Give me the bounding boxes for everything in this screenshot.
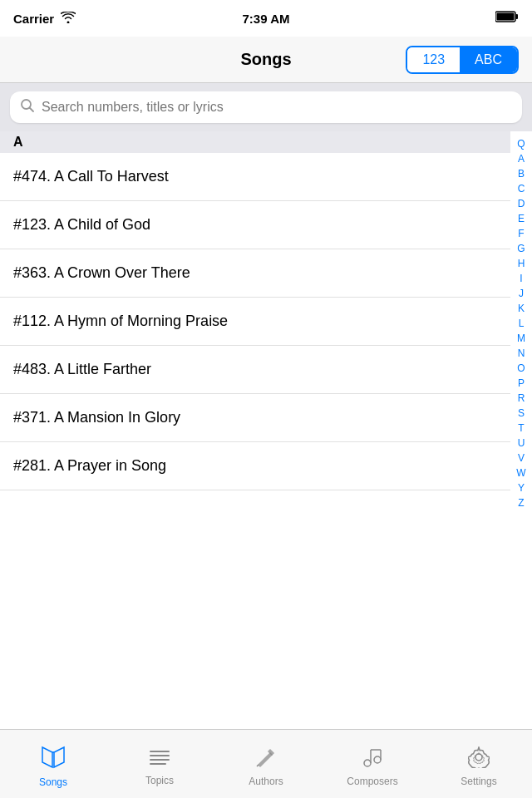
alpha-index-letter[interactable]: A bbox=[518, 151, 525, 166]
song-text: #112. A Hymn of Morning Praise bbox=[13, 313, 228, 330]
song-text: #371. A Mansion In Glory bbox=[13, 409, 180, 426]
authors-label: Authors bbox=[249, 776, 283, 787]
alpha-index-letter[interactable]: Z bbox=[518, 495, 524, 510]
composers-icon bbox=[362, 746, 383, 774]
song-list: A #474. A Call To Harvest#123. A Child o… bbox=[0, 131, 510, 730]
svg-line-10 bbox=[257, 765, 259, 766]
tab-songs[interactable]: Songs bbox=[0, 730, 106, 798]
alpha-index-letter[interactable]: G bbox=[517, 241, 525, 256]
toggle-numeric-btn[interactable]: 123 bbox=[407, 47, 460, 72]
page-title: Songs bbox=[240, 50, 291, 69]
song-text: #363. A Crown Over There bbox=[13, 264, 190, 282]
alpha-index-letter[interactable]: C bbox=[518, 181, 525, 196]
settings-icon bbox=[468, 746, 490, 774]
authors-icon bbox=[255, 746, 277, 774]
alpha-index-letter[interactable]: V bbox=[518, 451, 525, 466]
svg-point-12 bbox=[374, 756, 381, 763]
list-item[interactable]: #112. A Hymn of Morning Praise bbox=[0, 298, 510, 346]
alpha-index-letter[interactable]: M bbox=[517, 331, 525, 346]
search-container bbox=[0, 83, 532, 131]
alpha-index-letter[interactable]: L bbox=[519, 316, 525, 331]
song-text: #281. A Prayer in Song bbox=[13, 457, 166, 475]
composers-label: Composers bbox=[347, 776, 397, 787]
list-item[interactable]: #483. A Little Farther bbox=[0, 346, 510, 394]
alpha-index-letter[interactable]: O bbox=[517, 361, 525, 376]
alpha-index-letter[interactable]: F bbox=[518, 226, 524, 241]
tab-settings[interactable]: Settings bbox=[426, 730, 532, 798]
content-area: A #474. A Call To Harvest#123. A Child o… bbox=[0, 131, 532, 730]
alpha-index-letter[interactable]: U bbox=[518, 436, 525, 451]
view-toggle[interactable]: 123 ABC bbox=[406, 46, 519, 74]
alpha-index-letter[interactable]: W bbox=[516, 466, 525, 480]
alpha-index-letter[interactable]: Q bbox=[517, 136, 525, 151]
tab-bar: SongsTopicsAuthorsComposersSettings bbox=[0, 729, 532, 798]
alpha-index-letter[interactable]: B bbox=[518, 166, 525, 181]
wifi-icon bbox=[61, 12, 76, 26]
svg-rect-2 bbox=[497, 13, 515, 21]
battery-icon bbox=[495, 11, 519, 26]
list-item[interactable]: #371. A Mansion In Glory bbox=[0, 394, 510, 442]
settings-label: Settings bbox=[461, 776, 496, 787]
status-left: Carrier bbox=[13, 12, 76, 26]
list-item[interactable]: #123. A Child of God bbox=[0, 201, 510, 249]
alpha-index-letter[interactable]: P bbox=[518, 376, 525, 391]
svg-line-4 bbox=[30, 108, 34, 112]
tab-authors[interactable]: Authors bbox=[213, 730, 319, 798]
list-item[interactable]: #363. A Crown Over There bbox=[0, 249, 510, 298]
list-item[interactable]: #281. A Prayer in Song bbox=[0, 442, 510, 490]
search-input[interactable] bbox=[42, 100, 512, 115]
carrier-label: Carrier bbox=[13, 12, 54, 26]
topics-label: Topics bbox=[145, 775, 174, 786]
songs-label: Songs bbox=[39, 776, 67, 788]
svg-point-11 bbox=[364, 760, 371, 766]
tab-topics[interactable]: Topics bbox=[106, 730, 213, 798]
song-text: #123. A Child of God bbox=[13, 216, 150, 234]
alpha-index-letter[interactable]: E bbox=[518, 211, 525, 226]
alpha-index-letter[interactable]: J bbox=[519, 286, 524, 301]
alpha-index[interactable]: QABCDEFGHIJKLMNOPRSTUVWYZ bbox=[510, 131, 532, 730]
alpha-index-letter[interactable]: H bbox=[518, 256, 525, 271]
status-bar: Carrier 7:39 AM bbox=[0, 0, 532, 37]
toggle-alpha-btn[interactable]: ABC bbox=[460, 47, 517, 72]
alpha-index-letter[interactable]: T bbox=[518, 421, 524, 436]
nav-bar: Songs 123 ABC bbox=[0, 37, 532, 83]
alpha-index-letter[interactable]: S bbox=[518, 406, 525, 421]
status-right bbox=[495, 11, 519, 26]
song-text: #474. A Call To Harvest bbox=[13, 168, 169, 185]
status-time: 7:39 AM bbox=[243, 12, 290, 26]
alpha-index-letter[interactable]: N bbox=[518, 346, 525, 361]
section-header-a: A bbox=[0, 131, 510, 153]
topics-icon bbox=[149, 747, 170, 773]
alpha-index-letter[interactable]: I bbox=[520, 271, 522, 286]
alpha-index-letter[interactable]: R bbox=[518, 391, 525, 406]
search-icon bbox=[20, 98, 35, 116]
alpha-index-letter[interactable]: Y bbox=[518, 480, 525, 495]
song-text: #483. A Little Farther bbox=[13, 361, 151, 378]
list-item[interactable]: #474. A Call To Harvest bbox=[0, 153, 510, 201]
songs-icon bbox=[41, 746, 66, 775]
tab-composers[interactable]: Composers bbox=[319, 730, 426, 798]
search-bar bbox=[10, 91, 522, 123]
alpha-index-letter[interactable]: D bbox=[518, 196, 525, 211]
svg-rect-1 bbox=[516, 14, 519, 19]
alpha-index-letter[interactable]: K bbox=[518, 301, 525, 316]
